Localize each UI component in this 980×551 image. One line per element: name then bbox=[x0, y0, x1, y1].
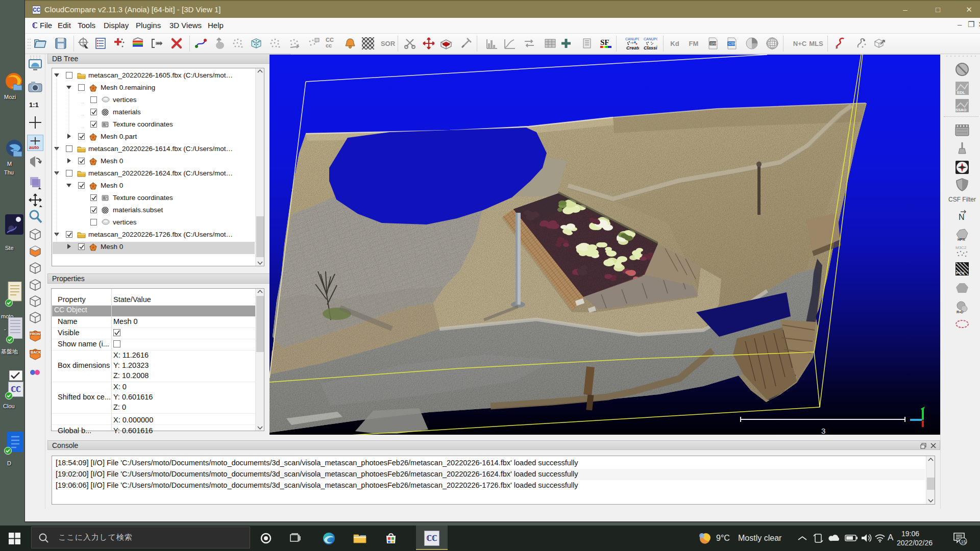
svg-text:N: N bbox=[959, 213, 965, 221]
svg-text:SRP: SRP bbox=[710, 42, 718, 45]
svg-text:HPR: HPR bbox=[958, 238, 965, 241]
svg-text:CANUPO: CANUPO bbox=[644, 37, 657, 41]
svg-text:CSV: CSV bbox=[728, 41, 736, 46]
svg-text:SF: SF bbox=[600, 38, 609, 46]
svg-text:EDL: EDL bbox=[957, 90, 965, 95]
svg-text:PCV: PCV bbox=[956, 271, 965, 276]
svg-text:BACK: BACK bbox=[31, 350, 41, 354]
svg-text:15: 15 bbox=[961, 539, 966, 544]
svg-text:CANUPO: CANUPO bbox=[625, 37, 639, 41]
svg-text:3: 3 bbox=[821, 427, 825, 435]
svg-text:auto: auto bbox=[29, 145, 39, 150]
svg-text:SSAO: SSAO bbox=[955, 108, 966, 112]
svg-text:Create: Create bbox=[626, 45, 639, 51]
svg-text:R•D: R•D bbox=[957, 310, 964, 314]
svg-text:Classify: Classify bbox=[644, 45, 657, 51]
svg-text:M3C2: M3C2 bbox=[955, 245, 967, 250]
svg-text:FRONT: FRONT bbox=[30, 332, 43, 336]
svg-text:1:1: 1:1 bbox=[29, 101, 39, 109]
